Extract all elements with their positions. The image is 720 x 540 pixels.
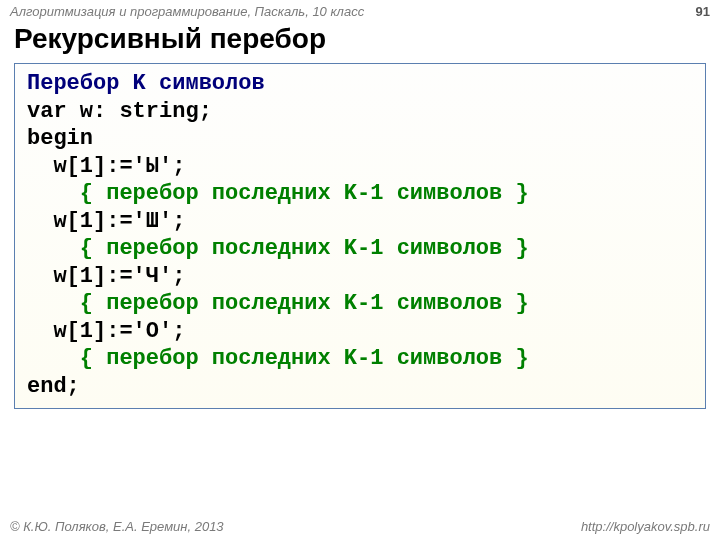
slide-header: Алгоритмизация и программирование, Паска… — [0, 0, 720, 21]
code-comment: { перебор последних K-1 символов } — [27, 291, 529, 316]
code-line: w[1]:='Ш'; — [27, 209, 185, 234]
code-comment: { перебор последних K-1 символов } — [27, 181, 529, 206]
copyright: © К.Ю. Поляков, Е.А. Еремин, 2013 — [10, 519, 224, 534]
course-line: Алгоритмизация и программирование, Паска… — [10, 4, 364, 19]
footer-url: http://kpolyakov.spb.ru — [581, 519, 710, 534]
code-comment: { перебор последних K-1 символов } — [27, 236, 529, 261]
code-block: Перебор K символов var w: string; begin … — [14, 63, 706, 409]
code-line: Перебор K символов — [27, 71, 265, 96]
slide-footer: © К.Ю. Поляков, Е.А. Еремин, 2013 http:/… — [0, 519, 720, 534]
code-line: w[1]:='Ч'; — [27, 264, 185, 289]
page-number: 91 — [696, 4, 710, 19]
page-title: Рекурсивный перебор — [0, 21, 720, 61]
code-line: w[1]:='О'; — [27, 319, 185, 344]
code-comment: { перебор последних K-1 символов } — [27, 346, 529, 371]
code-line: w[1]:='Ы'; — [27, 154, 185, 179]
